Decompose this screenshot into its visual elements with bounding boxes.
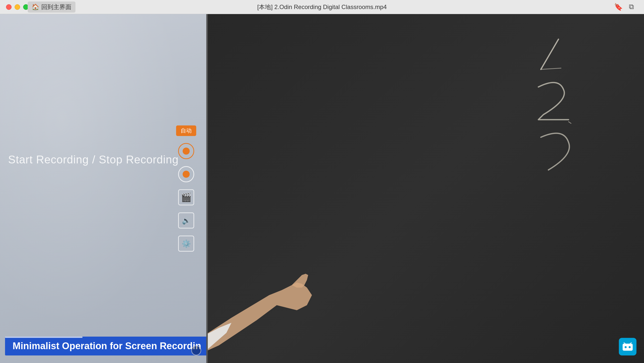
svg-point-4: [625, 346, 627, 348]
titlebar: 🏠 回到主界面 [本地] 2.Odin Recording Digital Cl…: [0, 0, 644, 14]
titlebar-actions: 🔖 ⧉: [614, 3, 634, 11]
subtitle-content: Minimalist Operation for Screen Recordin: [5, 337, 206, 355]
settings-icon: ⚙️: [182, 239, 191, 248]
record-dot: [183, 171, 190, 178]
panel-divider: [206, 14, 208, 363]
bilibili-logo-svg: [621, 342, 634, 352]
svg-line-2: [569, 122, 571, 123]
scroll-indicator: [191, 345, 201, 355]
subtitle-text: Minimalist Operation for Screen Recordin: [13, 341, 201, 351]
audio-button[interactable]: 🔊: [178, 212, 194, 229]
close-button[interactable]: [6, 4, 12, 10]
titlebar-controls: [6, 4, 29, 10]
right-panel: [206, 14, 644, 363]
blackboard: [206, 14, 644, 363]
chalk-svg: [473, 29, 599, 205]
record-button[interactable]: [178, 166, 194, 182]
chalk-writing: [473, 29, 599, 205]
split-view-icon[interactable]: ⧉: [629, 3, 634, 11]
hand-svg: [206, 187, 382, 363]
svg-line-1: [541, 68, 561, 69]
sidebar-controls: 自动 🎬 🔊 ⚙️: [176, 125, 196, 252]
settings-button[interactable]: ⚙️: [178, 236, 194, 252]
camera-icon: 🎬: [181, 192, 191, 202]
titlebar-title: [本地] 2.Odin Recording Digital Classrooms…: [257, 3, 387, 11]
bilibili-icon[interactable]: [619, 338, 636, 355]
bookmark-icon[interactable]: 🔖: [614, 3, 623, 11]
svg-point-5: [629, 346, 631, 348]
subtitle-bar: Minimalist Operation for Screen Recordin: [0, 337, 206, 358]
minimize-button[interactable]: [15, 4, 20, 10]
main-content: Start Recording / Stop Recording 自动 🎬 🔊: [0, 14, 644, 363]
svg-rect-3: [623, 344, 633, 351]
left-panel: Start Recording / Stop Recording 自动 🎬 🔊: [0, 14, 206, 363]
audio-icon: 🔊: [182, 216, 191, 225]
left-panel-overlay: [0, 14, 206, 363]
svg-line-0: [541, 39, 558, 69]
record-active-button[interactable]: [178, 143, 194, 159]
record-active-dot: [183, 148, 190, 155]
camera-button[interactable]: 🎬: [178, 189, 194, 205]
titlebar-nav: 🏠 回到主界面: [28, 2, 75, 13]
home-button[interactable]: 🏠 回到主界面: [28, 2, 75, 13]
home-button-label: 回到主界面: [41, 3, 71, 11]
auto-badge[interactable]: 自动: [176, 125, 196, 136]
home-icon: 🏠: [32, 4, 39, 11]
recording-label: Start Recording / Stop Recording: [8, 153, 179, 166]
subtitle-progress: [5, 337, 83, 338]
